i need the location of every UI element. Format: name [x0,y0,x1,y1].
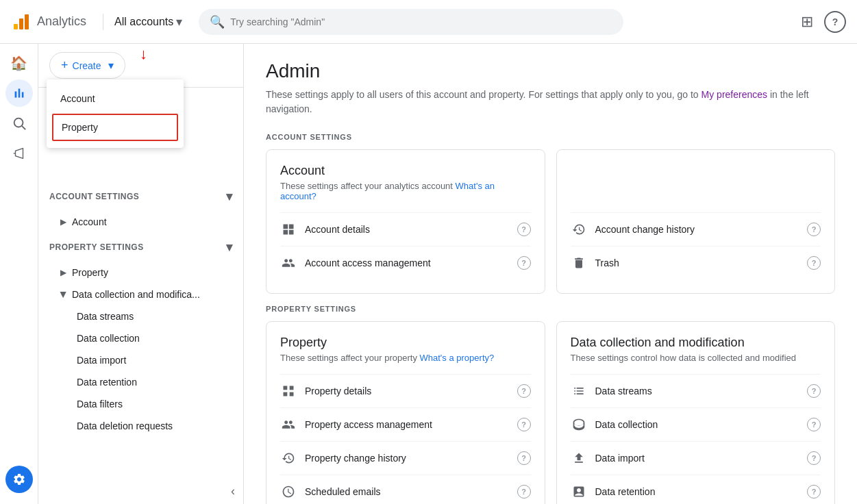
account-settings-expand-icon: ▾ [226,189,233,204]
grid-icon[interactable]: ⊞ [801,13,813,31]
account-cards-row: Account These settings affect your analy… [266,149,835,294]
page-title: Admin [266,60,835,82]
create-label: Create [73,60,101,71]
account-change-history-label: Account change history [595,224,799,235]
account-access-icon [280,255,297,271]
account-details-help[interactable]: ? [517,223,531,236]
search-bar[interactable]: 🔍 [199,9,623,35]
property-settings-expand-icon: ▾ [226,240,233,255]
create-dropdown-menu: Account Property [47,79,184,148]
dropdown-account-item[interactable]: Account [47,85,184,112]
create-dropdown-arrow: ▾ [108,59,114,72]
app-logo: Analytics [11,12,86,32]
sidebar-sub-data-import[interactable]: Data import [38,349,243,371]
sidebar-data-collection-item[interactable]: ▶ Data collection and modifica... [38,284,243,305]
data-collection-item[interactable]: Data collection ? [571,407,821,441]
topbar-right: ⊞ ? [801,11,846,33]
create-button[interactable]: + Create ▾ [49,52,125,79]
sidebar-sub-data-deletion[interactable]: Data deletion requests [38,415,243,437]
property-change-history-item[interactable]: Property change history ? [280,441,531,475]
account-card-subtitle: These settings affect your analytics acc… [280,181,531,201]
svg-point-3 [14,118,23,127]
data-import-item[interactable]: Data import ? [571,441,821,475]
data-retention-icon [571,483,587,500]
search-icon: 🔍 [210,14,225,29]
my-preferences-link[interactable]: My preferences [701,89,767,100]
data-retention-item[interactable]: Data retention ? [571,475,821,504]
account-access-label: Account access management [305,257,509,268]
nav-reports[interactable] [5,79,33,107]
settings-button[interactable] [5,466,33,493]
nav-advertising[interactable] [5,140,33,167]
property-card-subtitle-text: These settings affect your property [280,353,420,363]
svg-rect-9 [290,392,294,396]
accounts-label: All accounts [114,16,173,28]
accounts-dropdown-arrow: ▾ [176,14,182,29]
page-subtitle: These settings apply to all users of thi… [266,88,835,116]
whats-property-link[interactable]: What's a property? [420,353,495,363]
account-change-history-item[interactable]: Account change history ? [571,212,821,246]
data-streams-help[interactable]: ? [807,384,821,398]
scheduled-emails-item[interactable]: Scheduled emails ? [280,475,531,504]
property-settings-label: Property settings [49,242,144,252]
data-retention-help[interactable]: ? [807,485,821,499]
sidebar-sub-data-collection[interactable]: Data collection [38,327,243,349]
body-area: 🏠 ↓ + Create ▾ Account [0,44,857,504]
account-right-card: Account change history ? Trash ? [556,149,836,294]
property-access-item[interactable]: Property access management ? [280,407,531,441]
sidebar-sub-data-retention[interactable]: Data retention [38,371,243,393]
scheduled-emails-icon [280,483,297,500]
sidebar-property-item[interactable]: ▶ Property [38,262,243,284]
sidebar-account-item[interactable]: ▶ Account [38,211,243,233]
property-details-help[interactable]: ? [517,384,531,398]
account-card: Account These settings affect your analy… [266,149,545,294]
all-accounts-button[interactable]: All accounts ▾ [114,14,182,29]
sidebar-collapse-button[interactable]: ‹ [231,484,235,499]
account-change-history-help[interactable]: ? [807,223,821,236]
dropdown-property-item[interactable]: Property [52,114,178,141]
trash-help[interactable]: ? [807,256,821,270]
trash-label: Trash [595,257,799,268]
property-item-label: Property [72,267,108,278]
property-card-title: Property [280,336,531,350]
account-details-label: Account details [305,224,509,235]
nav-explore[interactable] [5,110,33,137]
property-item-arrow: ▶ [60,268,66,277]
account-settings-label: Account settings [49,192,139,201]
property-settings-section-header[interactable]: Property settings ▾ [38,233,243,262]
property-details-item[interactable]: Property details ? [280,374,531,407]
data-collection-help[interactable]: ? [807,418,821,431]
scheduled-emails-label: Scheduled emails [305,486,509,497]
account-card-title: Account [280,164,531,178]
help-button[interactable]: ? [824,11,846,33]
account-details-item[interactable]: Account details ? [280,212,531,246]
account-details-icon [280,221,297,238]
sidebar: ↓ + Create ▾ Account Property Account se… [38,44,244,504]
property-change-history-label: Property change history [305,453,509,464]
topbar: Analytics All accounts ▾ 🔍 ⊞ ? [0,0,857,44]
property-access-icon [280,416,297,433]
app-title: Analytics [37,14,86,29]
property-change-history-help[interactable]: ? [517,451,531,465]
account-access-item[interactable]: Account access management ? [280,246,531,279]
property-access-help[interactable]: ? [517,418,531,431]
property-details-icon [280,383,297,399]
svg-rect-1 [19,18,23,29]
svg-rect-0 [14,24,18,29]
icon-nav: 🏠 [0,44,38,504]
nav-home[interactable]: 🏠 [5,49,33,77]
data-collection-card: Data collection and modification These s… [556,321,836,504]
scheduled-emails-help[interactable]: ? [517,485,531,499]
trash-item[interactable]: Trash ? [571,246,821,279]
account-settings-section-header[interactable]: Account settings ▾ [38,182,243,211]
data-import-help[interactable]: ? [807,451,821,465]
svg-rect-7 [290,386,294,390]
sidebar-sub-data-filters[interactable]: Data filters [38,393,243,415]
data-retention-label: Data retention [595,486,799,497]
logo-icon [11,12,32,32]
data-collection-item-icon [571,416,587,433]
sidebar-sub-data-streams[interactable]: Data streams [38,305,243,327]
account-access-help[interactable]: ? [517,256,531,270]
data-streams-item[interactable]: Data streams ? [571,374,821,407]
search-input[interactable] [230,16,612,27]
